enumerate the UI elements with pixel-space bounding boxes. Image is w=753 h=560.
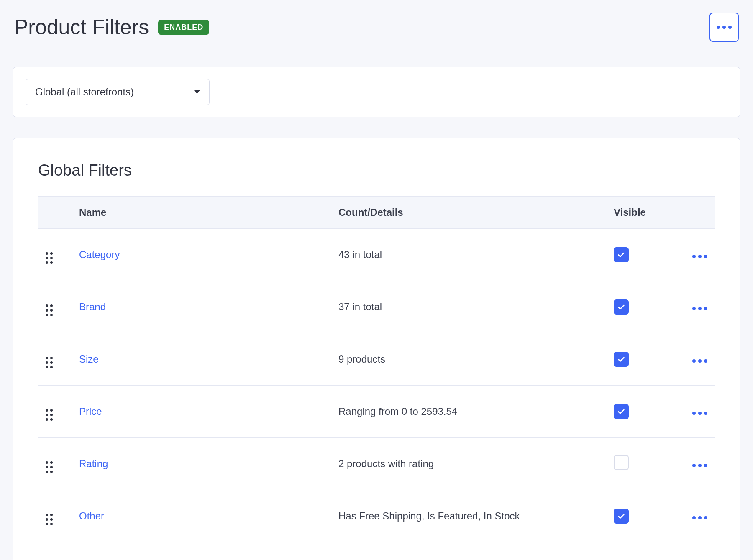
table-row: OtherHas Free Shipping, Is Featured, In … [38,490,715,542]
filters-table: Name Count/Details Visible Category43 in… [38,196,715,542]
visible-checkbox[interactable] [614,509,629,524]
more-horizontal-icon [717,26,732,29]
filter-name-link[interactable]: Rating [79,458,108,469]
filter-details: Has Free Shipping, Is Featured, In Stock [338,510,520,522]
page-header: Product Filters ENABLED [13,13,740,42]
row-actions-button[interactable] [692,412,707,415]
filter-name-link[interactable]: Category [79,249,120,260]
section-title: Global Filters [38,161,715,179]
drag-handle-icon[interactable] [46,514,53,525]
storefront-select-value: Global (all storefronts) [35,86,134,98]
filters-card: Global Filters Name Count/Details Visibl… [13,138,740,560]
col-header-handle [38,197,72,229]
table-row: Category43 in total [38,229,715,281]
col-header-details: Count/Details [331,197,606,229]
page-actions-button[interactable] [709,13,739,42]
row-actions-button[interactable] [692,359,707,363]
filter-details: 37 in total [338,301,382,312]
row-actions-button[interactable] [692,516,707,519]
table-row: Size9 products [38,333,715,386]
col-header-actions [673,197,715,229]
visible-checkbox[interactable] [614,352,629,367]
drag-handle-icon[interactable] [46,304,53,316]
col-header-name: Name [72,197,331,229]
filter-details: Ranging from 0 to 2593.54 [338,406,457,417]
check-icon [617,302,626,312]
filter-name-link[interactable]: Size [79,353,99,365]
storefront-card: Global (all storefronts) [13,67,740,117]
filter-details: 2 products with rating [338,458,434,469]
table-row: Rating2 products with rating [38,438,715,490]
check-icon [617,355,626,364]
visible-checkbox[interactable] [614,404,629,419]
drag-handle-icon[interactable] [46,461,53,473]
drag-handle-icon[interactable] [46,409,53,421]
table-row: Brand37 in total [38,281,715,333]
filter-details: 9 products [338,353,385,365]
table-row: PriceRanging from 0 to 2593.54 [38,386,715,438]
visible-checkbox[interactable] [614,247,629,262]
filter-name-link[interactable]: Brand [79,301,106,312]
row-actions-button[interactable] [692,464,707,467]
visible-checkbox[interactable] [614,455,629,470]
title-wrap: Product Filters ENABLED [14,15,209,39]
filter-name-link[interactable]: Price [79,406,102,417]
check-icon [617,407,626,416]
drag-handle-icon[interactable] [46,252,53,264]
check-icon [617,250,626,259]
check-icon [617,511,626,521]
filter-details: 43 in total [338,249,382,260]
col-header-visible: Visible [606,197,673,229]
visible-checkbox[interactable] [614,299,629,315]
page-title: Product Filters [14,15,149,39]
filter-name-link[interactable]: Other [79,510,104,522]
chevron-down-icon [194,90,200,94]
drag-handle-icon[interactable] [46,357,53,368]
storefront-select[interactable]: Global (all storefronts) [26,79,210,105]
row-actions-button[interactable] [692,255,707,258]
row-actions-button[interactable] [692,307,707,310]
status-badge: ENABLED [158,20,209,35]
